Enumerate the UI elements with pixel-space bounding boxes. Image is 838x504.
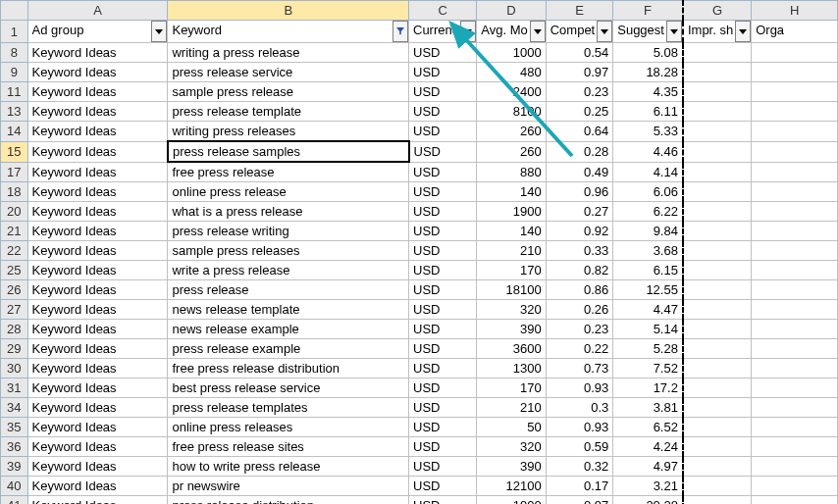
row-header[interactable]: 34 <box>1 398 28 418</box>
cell-currency[interactable]: USD <box>409 202 477 222</box>
cell-currency[interactable]: USD <box>409 43 477 63</box>
cell-adgroup[interactable]: Keyword Ideas <box>27 222 168 241</box>
cell-suggest[interactable]: 4.35 <box>613 82 683 102</box>
col-header-c[interactable]: C <box>409 1 477 21</box>
filter-dropdown-icon[interactable] <box>735 21 751 42</box>
cell-currency[interactable]: USD <box>409 63 477 82</box>
cell-adgroup[interactable]: Keyword Ideas <box>27 457 168 477</box>
cell-imprsh[interactable] <box>683 122 752 142</box>
cell-keyword[interactable]: press release service <box>168 63 409 82</box>
cell-imprsh[interactable] <box>683 141 752 162</box>
cell-imprsh[interactable] <box>683 182 752 202</box>
cell-avgmo[interactable]: 320 <box>477 437 546 457</box>
cell-imprsh[interactable] <box>683 418 752 437</box>
col-header-g[interactable]: G <box>683 1 752 21</box>
cell-imprsh[interactable] <box>683 261 752 280</box>
cell-suggest[interactable]: 3.81 <box>613 398 683 418</box>
cell-imprsh[interactable] <box>683 162 752 182</box>
cell-avgmo[interactable]: 1900 <box>477 496 546 505</box>
cell-currency[interactable]: USD <box>409 418 477 437</box>
cell-imprsh[interactable] <box>683 43 752 63</box>
cell-compet[interactable]: 0.28 <box>546 141 613 162</box>
cell-orga[interactable] <box>752 162 838 182</box>
filter-dropdown-icon[interactable] <box>460 21 476 42</box>
cell-adgroup[interactable]: Keyword Ideas <box>27 320 168 339</box>
cell-compet[interactable]: 0.25 <box>546 102 613 122</box>
cell-orga[interactable] <box>752 261 838 280</box>
cell-suggest[interactable]: 3.21 <box>613 477 683 496</box>
cell-keyword[interactable]: press release example <box>168 339 409 359</box>
cell-adgroup[interactable]: Keyword Ideas <box>27 418 168 437</box>
cell-currency[interactable]: USD <box>409 241 477 261</box>
cell-orga[interactable] <box>752 141 838 162</box>
cell-avgmo[interactable]: 50 <box>477 418 546 437</box>
filter-dropdown-icon[interactable] <box>151 21 167 42</box>
cell-keyword[interactable]: sample press releases <box>168 241 409 261</box>
cell-imprsh[interactable] <box>683 222 752 241</box>
cell-adgroup[interactable]: Keyword Ideas <box>27 280 168 300</box>
cell-adgroup[interactable]: Keyword Ideas <box>27 182 168 202</box>
cell-suggest[interactable]: 20.28 <box>613 496 683 505</box>
cell-compet[interactable]: 0.33 <box>546 241 613 261</box>
row-header[interactable]: 17 <box>1 162 28 182</box>
row-header[interactable]: 26 <box>1 280 28 300</box>
cell-adgroup[interactable]: Keyword Ideas <box>27 261 168 280</box>
cell-currency[interactable]: USD <box>409 437 477 457</box>
cell-keyword[interactable]: online press releases <box>168 418 409 437</box>
col-header-e[interactable]: E <box>546 1 613 21</box>
row-header[interactable]: 22 <box>1 241 28 261</box>
cell-compet[interactable]: 0.82 <box>546 261 613 280</box>
cell-imprsh[interactable] <box>683 280 752 300</box>
cell-adgroup[interactable]: Keyword Ideas <box>27 378 168 398</box>
cell-keyword[interactable]: press release writing <box>168 222 409 241</box>
cell-suggest[interactable]: 12.55 <box>613 280 683 300</box>
cell-compet[interactable]: 0.97 <box>546 496 613 505</box>
cell-avgmo[interactable]: 880 <box>477 162 546 182</box>
row-header[interactable]: 28 <box>1 320 28 339</box>
cell-avgmo[interactable]: 260 <box>477 122 546 142</box>
row-header[interactable]: 11 <box>1 82 28 102</box>
filter-cell-currency[interactable]: Currenc <box>409 21 477 43</box>
cell-orga[interactable] <box>752 320 838 339</box>
cell-compet[interactable]: 0.49 <box>546 162 613 182</box>
filter-dropdown-icon[interactable] <box>530 21 546 42</box>
cell-avgmo[interactable]: 140 <box>477 222 546 241</box>
cell-orga[interactable] <box>752 378 838 398</box>
cell-avgmo[interactable]: 170 <box>477 261 546 280</box>
col-header-h[interactable]: H <box>752 1 838 21</box>
cell-adgroup[interactable]: Keyword Ideas <box>27 496 168 505</box>
cell-suggest[interactable]: 6.22 <box>613 202 683 222</box>
cell-avgmo[interactable]: 390 <box>477 457 546 477</box>
cell-imprsh[interactable] <box>683 398 752 418</box>
cell-suggest[interactable]: 4.24 <box>613 437 683 457</box>
cell-adgroup[interactable]: Keyword Ideas <box>27 63 168 82</box>
cell-keyword[interactable]: news release example <box>168 320 409 339</box>
cell-compet[interactable]: 0.93 <box>546 418 613 437</box>
cell-keyword[interactable]: free press release sites <box>168 437 409 457</box>
cell-adgroup[interactable]: Keyword Ideas <box>27 398 168 418</box>
cell-avgmo[interactable]: 140 <box>477 182 546 202</box>
cell-suggest[interactable]: 6.52 <box>613 418 683 437</box>
cell-compet[interactable]: 0.17 <box>546 477 613 496</box>
cell-currency[interactable]: USD <box>409 496 477 505</box>
cell-imprsh[interactable] <box>683 378 752 398</box>
cell-compet[interactable]: 0.32 <box>546 457 613 477</box>
row-header[interactable]: 14 <box>1 122 28 142</box>
cell-suggest[interactable]: 4.46 <box>613 141 683 162</box>
cell-suggest[interactable]: 5.33 <box>613 122 683 142</box>
cell-keyword[interactable]: press release templates <box>168 398 409 418</box>
cell-compet[interactable]: 0.22 <box>546 339 613 359</box>
cell-keyword[interactable]: press release distribution <box>168 496 409 505</box>
col-header-a[interactable]: A <box>27 1 168 21</box>
cell-imprsh[interactable] <box>683 320 752 339</box>
cell-compet[interactable]: 0.93 <box>546 378 613 398</box>
cell-avgmo[interactable]: 1300 <box>477 359 546 378</box>
cell-adgroup[interactable]: Keyword Ideas <box>27 43 168 63</box>
cell-imprsh[interactable] <box>683 102 752 122</box>
cell-compet[interactable]: 0.23 <box>546 320 613 339</box>
cell-currency[interactable]: USD <box>409 457 477 477</box>
cell-orga[interactable] <box>752 300 838 320</box>
row-header[interactable]: 39 <box>1 457 28 477</box>
filter-active-icon[interactable] <box>393 21 408 42</box>
cell-avgmo[interactable]: 320 <box>477 300 546 320</box>
